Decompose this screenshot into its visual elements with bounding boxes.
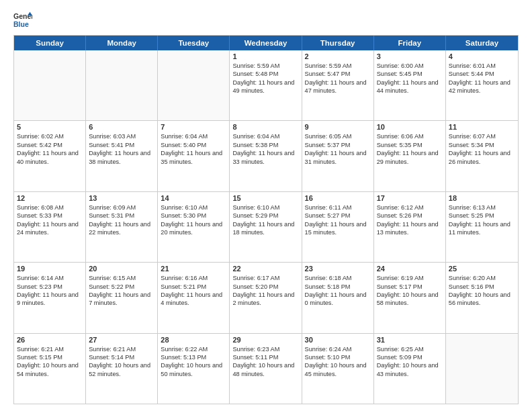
day-number: 8 xyxy=(232,123,298,131)
day-number: 3 xyxy=(377,52,443,60)
calendar-cell: 9Sunrise: 6:05 AM Sunset: 5:37 PM Daylig… xyxy=(302,121,374,191)
cell-info: Sunrise: 6:04 AM Sunset: 5:40 PM Dayligh… xyxy=(161,132,226,166)
day-number: 25 xyxy=(449,265,515,273)
cell-info: Sunrise: 6:10 AM Sunset: 5:29 PM Dayligh… xyxy=(232,203,298,237)
weekday-header: Saturday xyxy=(446,36,518,50)
day-number: 16 xyxy=(305,194,371,202)
calendar-cell: 15Sunrise: 6:10 AM Sunset: 5:29 PM Dayli… xyxy=(230,192,302,262)
day-number: 11 xyxy=(449,123,515,131)
day-number: 13 xyxy=(89,194,154,202)
cell-info: Sunrise: 6:04 AM Sunset: 5:38 PM Dayligh… xyxy=(232,132,298,166)
calendar-cell: 19Sunrise: 6:14 AM Sunset: 5:23 PM Dayli… xyxy=(14,263,86,332)
cell-info: Sunrise: 6:06 AM Sunset: 5:35 PM Dayligh… xyxy=(377,132,443,166)
cell-info: Sunrise: 6:23 AM Sunset: 5:11 PM Dayligh… xyxy=(232,345,298,379)
calendar-row: 26Sunrise: 6:21 AM Sunset: 5:15 PM Dayli… xyxy=(14,333,518,404)
calendar-cell: 31Sunrise: 6:25 AM Sunset: 5:09 PM Dayli… xyxy=(374,334,446,404)
day-number: 14 xyxy=(161,194,226,202)
day-number: 19 xyxy=(17,265,83,273)
cell-info: Sunrise: 6:20 AM Sunset: 5:16 PM Dayligh… xyxy=(449,274,515,308)
day-number: 9 xyxy=(305,123,371,131)
day-number: 21 xyxy=(161,265,226,273)
day-number: 2 xyxy=(305,52,371,60)
calendar-cell: 22Sunrise: 6:17 AM Sunset: 5:20 PM Dayli… xyxy=(230,263,302,332)
cell-info: Sunrise: 6:17 AM Sunset: 5:20 PM Dayligh… xyxy=(232,274,298,308)
calendar-cell: 17Sunrise: 6:12 AM Sunset: 5:26 PM Dayli… xyxy=(374,192,446,262)
logo-icon: General Blue xyxy=(13,11,32,30)
day-number: 22 xyxy=(232,265,298,273)
calendar-cell: 2Sunrise: 5:59 AM Sunset: 5:47 PM Daylig… xyxy=(302,50,374,120)
cell-info: Sunrise: 6:10 AM Sunset: 5:30 PM Dayligh… xyxy=(161,203,226,237)
cell-info: Sunrise: 6:16 AM Sunset: 5:21 PM Dayligh… xyxy=(161,274,226,308)
weekday-header: Sunday xyxy=(14,36,86,50)
weekday-header: Monday xyxy=(86,36,158,50)
cell-info: Sunrise: 6:21 AM Sunset: 5:15 PM Dayligh… xyxy=(17,345,83,379)
cell-info: Sunrise: 6:18 AM Sunset: 5:18 PM Dayligh… xyxy=(305,274,371,308)
cell-info: Sunrise: 6:09 AM Sunset: 5:31 PM Dayligh… xyxy=(89,203,154,237)
calendar-cell: 12Sunrise: 6:08 AM Sunset: 5:33 PM Dayli… xyxy=(14,192,86,262)
cell-info: Sunrise: 6:21 AM Sunset: 5:14 PM Dayligh… xyxy=(89,345,154,379)
cell-info: Sunrise: 6:05 AM Sunset: 5:37 PM Dayligh… xyxy=(305,132,371,166)
calendar-cell: 21Sunrise: 6:16 AM Sunset: 5:21 PM Dayli… xyxy=(158,263,230,332)
day-number: 18 xyxy=(449,194,515,202)
cell-info: Sunrise: 6:13 AM Sunset: 5:25 PM Dayligh… xyxy=(449,203,515,237)
day-number: 10 xyxy=(377,123,443,131)
day-number: 12 xyxy=(17,194,83,202)
calendar-cell: 26Sunrise: 6:21 AM Sunset: 5:15 PM Dayli… xyxy=(14,334,86,404)
calendar-cell: 13Sunrise: 6:09 AM Sunset: 5:31 PM Dayli… xyxy=(86,192,158,262)
calendar-cell: 24Sunrise: 6:19 AM Sunset: 5:17 PM Dayli… xyxy=(374,263,446,332)
day-number: 6 xyxy=(89,123,154,131)
weekday-header: Wednesday xyxy=(230,36,302,50)
calendar-cell: 25Sunrise: 6:20 AM Sunset: 5:16 PM Dayli… xyxy=(446,263,518,332)
weekday-header: Friday xyxy=(374,36,446,50)
calendar-cell: 7Sunrise: 6:04 AM Sunset: 5:40 PM Daylig… xyxy=(158,121,230,191)
cell-info: Sunrise: 6:00 AM Sunset: 5:45 PM Dayligh… xyxy=(377,62,443,95)
day-number: 30 xyxy=(305,336,371,344)
calendar-cell: 8Sunrise: 6:04 AM Sunset: 5:38 PM Daylig… xyxy=(230,121,302,191)
calendar-cell: 5Sunrise: 6:02 AM Sunset: 5:42 PM Daylig… xyxy=(14,121,86,191)
cell-info: Sunrise: 6:22 AM Sunset: 5:13 PM Dayligh… xyxy=(161,345,226,379)
cell-info: Sunrise: 6:24 AM Sunset: 5:10 PM Dayligh… xyxy=(305,345,371,379)
page: General Blue SundayMondayTuesdayWednesda… xyxy=(0,0,532,411)
logo: General Blue xyxy=(13,11,32,30)
day-number: 26 xyxy=(17,336,83,344)
calendar-cell: 16Sunrise: 6:11 AM Sunset: 5:27 PM Dayli… xyxy=(302,192,374,262)
cell-info: Sunrise: 6:07 AM Sunset: 5:34 PM Dayligh… xyxy=(449,132,515,166)
calendar-cell: 27Sunrise: 6:21 AM Sunset: 5:14 PM Dayli… xyxy=(86,334,158,404)
svg-text:Blue: Blue xyxy=(13,20,29,28)
day-number: 27 xyxy=(89,336,154,344)
calendar-cell: 10Sunrise: 6:06 AM Sunset: 5:35 PM Dayli… xyxy=(374,121,446,191)
cell-info: Sunrise: 6:25 AM Sunset: 5:09 PM Dayligh… xyxy=(377,345,443,379)
calendar-cell: 28Sunrise: 6:22 AM Sunset: 5:13 PM Dayli… xyxy=(158,334,230,404)
calendar-cell: 1Sunrise: 5:59 AM Sunset: 5:48 PM Daylig… xyxy=(230,50,302,120)
day-number: 20 xyxy=(89,265,154,273)
day-number: 15 xyxy=(232,194,298,202)
calendar-cell: 18Sunrise: 6:13 AM Sunset: 5:25 PM Dayli… xyxy=(446,192,518,262)
calendar-cell: 4Sunrise: 6:01 AM Sunset: 5:44 PM Daylig… xyxy=(446,50,518,120)
cell-info: Sunrise: 6:08 AM Sunset: 5:33 PM Dayligh… xyxy=(17,203,83,237)
cell-info: Sunrise: 6:02 AM Sunset: 5:42 PM Dayligh… xyxy=(17,132,83,166)
day-number: 17 xyxy=(377,194,443,202)
calendar-row: 12Sunrise: 6:08 AM Sunset: 5:33 PM Dayli… xyxy=(14,191,518,262)
day-number: 5 xyxy=(17,123,83,131)
calendar-cell xyxy=(158,50,230,120)
calendar-row: 19Sunrise: 6:14 AM Sunset: 5:23 PM Dayli… xyxy=(14,262,518,332)
calendar-cell: 30Sunrise: 6:24 AM Sunset: 5:10 PM Dayli… xyxy=(302,334,374,404)
weekday-header: Tuesday xyxy=(158,36,230,50)
cell-info: Sunrise: 6:15 AM Sunset: 5:22 PM Dayligh… xyxy=(89,274,154,308)
calendar-cell xyxy=(446,334,518,404)
calendar-cell: 14Sunrise: 6:10 AM Sunset: 5:30 PM Dayli… xyxy=(158,192,230,262)
calendar-cell: 6Sunrise: 6:03 AM Sunset: 5:41 PM Daylig… xyxy=(86,121,158,191)
day-number: 29 xyxy=(232,336,298,344)
calendar-cell: 20Sunrise: 6:15 AM Sunset: 5:22 PM Dayli… xyxy=(86,263,158,332)
calendar-cell: 3Sunrise: 6:00 AM Sunset: 5:45 PM Daylig… xyxy=(374,50,446,120)
calendar-cell: 23Sunrise: 6:18 AM Sunset: 5:18 PM Dayli… xyxy=(302,263,374,332)
cell-info: Sunrise: 6:11 AM Sunset: 5:27 PM Dayligh… xyxy=(305,203,371,237)
day-number: 7 xyxy=(161,123,226,131)
cell-info: Sunrise: 6:03 AM Sunset: 5:41 PM Dayligh… xyxy=(89,132,154,166)
calendar-cell xyxy=(86,50,158,120)
calendar-header: SundayMondayTuesdayWednesdayThursdayFrid… xyxy=(14,36,518,50)
cell-info: Sunrise: 6:14 AM Sunset: 5:23 PM Dayligh… xyxy=(17,274,83,308)
day-number: 23 xyxy=(305,265,371,273)
day-number: 4 xyxy=(449,52,515,60)
calendar-row: 5Sunrise: 6:02 AM Sunset: 5:42 PM Daylig… xyxy=(14,120,518,191)
